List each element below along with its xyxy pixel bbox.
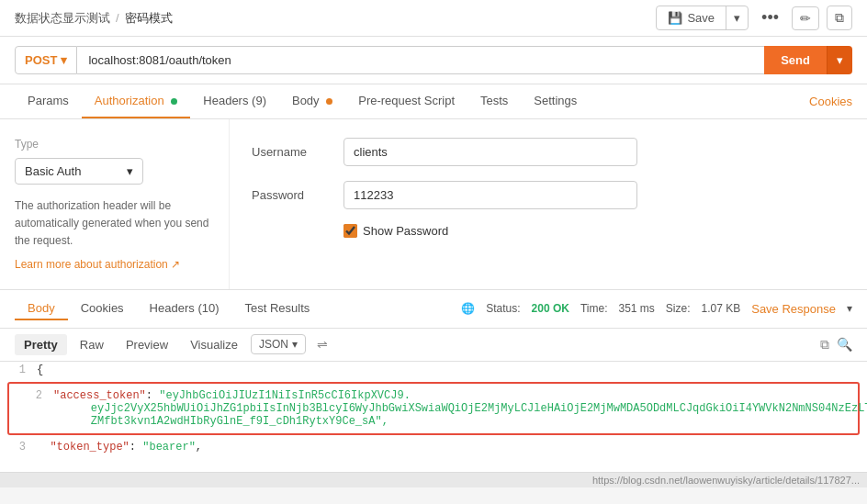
- password-label: Password: [252, 188, 343, 202]
- status-label: Status:: [486, 302, 520, 315]
- password-input[interactable]: [343, 181, 637, 209]
- top-bar: 数据状态显示测试 / 密码模式 💾 Save ▾ ••• ✏ ⧉: [0, 0, 867, 37]
- fmt-raw[interactable]: Raw: [71, 334, 113, 355]
- more-button[interactable]: •••: [756, 6, 784, 29]
- tab-settings[interactable]: Settings: [521, 84, 590, 118]
- search-response-icon[interactable]: 🔍: [837, 337, 852, 352]
- resp-tab-test-results[interactable]: Test Results: [232, 297, 323, 320]
- response-status-bar: 🌐 Status: 200 OK Time: 351 ms Size: 1.07…: [461, 302, 852, 316]
- access-token-value: "eyJhbGciOiJIUzI1NiIsInR5cCI6IkpXVCJ9.: [159, 389, 411, 402]
- auth-right-panel: Username Password Show Password: [230, 119, 867, 289]
- format-dropdown-icon: ▾: [292, 338, 298, 351]
- fmt-pretty[interactable]: Pretty: [15, 334, 67, 355]
- send-main[interactable]: Send: [764, 46, 827, 74]
- save-response-arrow[interactable]: ▾: [847, 302, 852, 315]
- headers-count: (9): [252, 94, 266, 107]
- tab-headers[interactable]: Headers (9): [190, 84, 279, 118]
- save-dropdown-arrow[interactable]: ▾: [726, 6, 748, 29]
- response-body: 1 { 2 "access_token": "eyJhbGciOiJIUzI1N…: [0, 362, 867, 472]
- code-content-2: "access_token": "eyJhbGciOiJIUzI1NiIsInR…: [53, 389, 850, 402]
- type-label: Type: [15, 138, 214, 151]
- token-type-key: "token_type": [50, 441, 129, 454]
- auth-description: The authorization header will be automat…: [15, 197, 214, 251]
- type-select[interactable]: Basic Auth ▾: [15, 158, 143, 185]
- tab-params[interactable]: Params: [15, 84, 82, 118]
- token-type-value: "bearer": [142, 441, 196, 454]
- globe-icon: 🌐: [461, 302, 475, 315]
- fmt-preview[interactable]: Preview: [117, 334, 177, 355]
- line-num-3: 3: [0, 441, 37, 454]
- json-label: JSON: [259, 338, 288, 351]
- code-line-3: 3 "token_type": "bearer",: [0, 439, 867, 455]
- method-select[interactable]: POST ▾: [15, 46, 77, 74]
- password-field: Password: [252, 181, 845, 209]
- save-button[interactable]: 💾 Save ▾: [656, 6, 749, 30]
- request-bar: POST ▾ Send ▾: [0, 37, 867, 84]
- token-line-2: eyJjc2VyX25hbWUiOiJhZG1pbiIsInNjb3BlcyI6…: [17, 402, 850, 415]
- resp-tab-body[interactable]: Body: [15, 297, 68, 320]
- url-input[interactable]: [77, 46, 764, 74]
- wrap-icon[interactable]: ⇌: [317, 337, 328, 352]
- save-icon: 💾: [668, 11, 682, 25]
- code-content-1: {: [37, 364, 867, 376]
- highlighted-access-token: 2 "access_token": "eyJhbGciOiJIUzI1NiIsI…: [7, 382, 860, 435]
- type-dropdown-icon: ▾: [127, 164, 133, 178]
- copy-response-icon[interactable]: ⧉: [820, 337, 829, 353]
- format-select[interactable]: JSON ▾: [251, 334, 306, 354]
- bottom-status-bar: https://blog.csdn.net/laowenwuyisky/arti…: [0, 472, 867, 487]
- cookies-link[interactable]: Cookies: [809, 95, 852, 108]
- resp-tab-headers[interactable]: Headers (10): [137, 297, 232, 320]
- top-bar-actions: 💾 Save ▾ ••• ✏ ⧉: [656, 6, 852, 30]
- request-tabs: Params Authorization Headers (9) Body Pr…: [0, 84, 867, 119]
- save-label: Save: [687, 11, 715, 25]
- show-password-label[interactable]: Show Password: [363, 224, 448, 238]
- body-dot: [326, 98, 332, 105]
- size-value: 1.07 KB: [702, 302, 741, 315]
- resp-tab-cookies[interactable]: Cookies: [68, 297, 137, 320]
- copy-button[interactable]: ⧉: [827, 6, 852, 30]
- auth-left-panel: Type Basic Auth ▾ The authorization head…: [0, 119, 230, 289]
- breadcrumb-item-2: 密码模式: [125, 10, 173, 27]
- resp-headers-count: (10): [197, 301, 219, 315]
- show-password-checkbox[interactable]: [343, 224, 357, 238]
- auth-content: Type Basic Auth ▾ The authorization head…: [0, 119, 867, 290]
- tab-pre-request[interactable]: Pre-request Script: [345, 84, 467, 118]
- bottom-status-text: https://blog.csdn.net/laowenwuyisky/arti…: [592, 475, 860, 486]
- show-password-row: Show Password: [343, 224, 845, 238]
- code-line-2: 2 "access_token": "eyJhbGciOiJIUzI1NiIsI…: [17, 389, 850, 402]
- username-field: Username: [252, 138, 845, 166]
- response-format-bar: Pretty Raw Preview Visualize JSON ▾ ⇌ ⧉ …: [0, 329, 867, 362]
- time-label: Time:: [580, 302, 608, 315]
- breadcrumb-item-1: 数据状态显示测试: [15, 10, 110, 27]
- username-label: Username: [252, 145, 343, 159]
- breadcrumb-sep: /: [116, 11, 119, 25]
- fmt-visualize[interactable]: Visualize: [181, 334, 247, 355]
- line-num-1: 1: [0, 364, 37, 376]
- type-value: Basic Auth: [25, 164, 81, 178]
- method-dropdown-icon: ▾: [61, 53, 67, 67]
- status-value: 200 OK: [532, 302, 569, 315]
- tab-body[interactable]: Body: [279, 84, 345, 118]
- tab-tests[interactable]: Tests: [467, 84, 521, 118]
- size-label: Size:: [666, 302, 691, 315]
- username-input[interactable]: [343, 138, 637, 166]
- send-dropdown[interactable]: ▾: [827, 46, 852, 74]
- token-line-3: ZMfbt3kvn1A2wdHIbRyGlnE_f9I_cDh1RytxY9Ce…: [17, 415, 850, 428]
- save-response-button[interactable]: Save Response: [751, 302, 836, 316]
- breadcrumb: 数据状态显示测试 / 密码模式: [15, 10, 173, 27]
- send-button[interactable]: Send ▾: [764, 46, 852, 74]
- code-line-1: 1 {: [0, 362, 867, 378]
- tab-authorization[interactable]: Authorization: [82, 84, 191, 118]
- edit-button[interactable]: ✏: [792, 6, 819, 30]
- line-num-2: 2: [17, 389, 53, 402]
- access-token-key: "access_token": [53, 389, 146, 402]
- code-content-3: "token_type": "bearer",: [37, 441, 867, 454]
- learn-more-link[interactable]: Learn more about authorization ↗: [15, 258, 180, 271]
- method-value: POST: [25, 53, 57, 67]
- time-value: 351 ms: [618, 302, 654, 315]
- authorization-dot: [171, 98, 177, 105]
- response-tabs: Body Cookies Headers (10) Test Results 🌐…: [0, 290, 867, 329]
